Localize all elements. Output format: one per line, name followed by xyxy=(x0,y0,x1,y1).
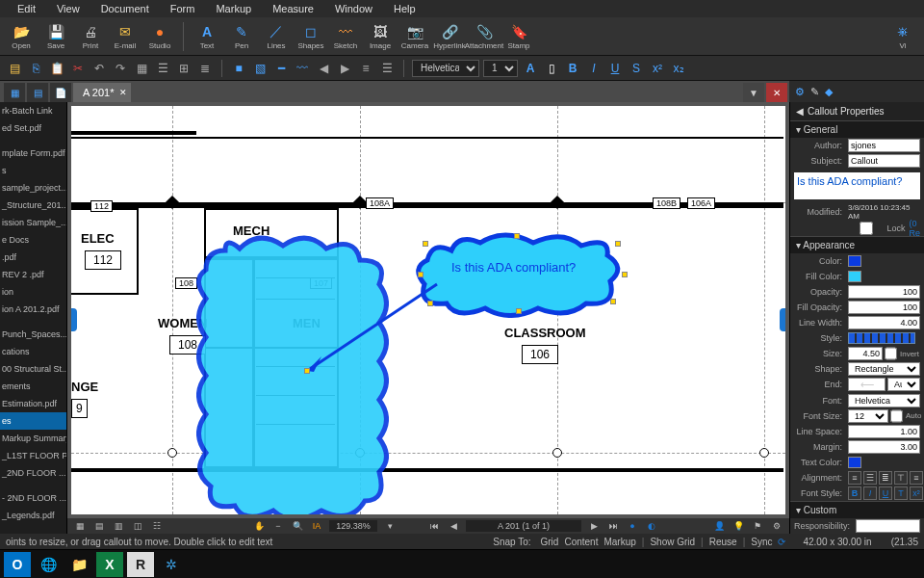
textcolor-swatch[interactable] xyxy=(848,457,861,468)
file-item[interactable]: .pdf xyxy=(0,249,66,266)
callout-text-field[interactable]: Is this ADA compliant? xyxy=(794,172,920,199)
file-item[interactable]: Estimation.pdf xyxy=(0,395,66,412)
lock-checkbox[interactable] xyxy=(848,222,885,235)
arrow-end-icon[interactable]: ▶ xyxy=(336,60,353,77)
gear-icon[interactable]: ⚙ xyxy=(795,86,805,98)
gotomeeting-icon[interactable]: ✲ xyxy=(158,552,185,577)
left-flyout[interactable] xyxy=(71,308,77,331)
zoom-value[interactable]: 129.38% xyxy=(329,520,377,532)
settings-nav-icon[interactable]: ⚙ xyxy=(770,519,783,533)
file-item[interactable]: _Legends.pdf xyxy=(0,507,66,524)
strike-prop-icon[interactable]: T xyxy=(894,486,908,500)
underline-prop-icon[interactable]: U xyxy=(879,486,892,500)
fillopacity-field[interactable] xyxy=(848,301,920,314)
section-general[interactable]: ▾ General xyxy=(790,120,924,138)
align-center-icon[interactable]: ☰ xyxy=(863,471,877,485)
replies-link[interactable]: (0 Re xyxy=(910,219,921,238)
undo-icon[interactable]: ↶ xyxy=(90,60,108,77)
camera-tool[interactable]: 📷Camera xyxy=(399,19,430,54)
linespace-field[interactable] xyxy=(848,425,920,438)
sup-icon[interactable]: x² xyxy=(649,60,666,77)
hyperlink-tool[interactable]: 🔗Hyperlink xyxy=(434,19,465,54)
align-l-icon[interactable]: ≡ xyxy=(357,60,374,77)
arrow-start-icon[interactable]: ◀ xyxy=(315,60,332,77)
file-item[interactable]: sample_project... xyxy=(0,179,66,197)
flag-icon[interactable]: ⚑ xyxy=(751,519,764,533)
nav-b-icon[interactable]: ◐ xyxy=(645,519,658,533)
explorer-icon[interactable]: 📁 xyxy=(65,552,92,577)
stamp-tool[interactable]: 🔖Stamp xyxy=(503,19,534,54)
file-view-icon[interactable]: 📄 xyxy=(50,83,71,102)
callout-leader[interactable] xyxy=(293,270,456,385)
file-item[interactable]: _L1ST FLOOR P... xyxy=(0,447,66,464)
back-icon[interactable]: ◀ xyxy=(796,106,804,117)
sync-toggle[interactable]: Sync xyxy=(751,537,772,547)
next-page-icon[interactable]: ▶ xyxy=(587,519,601,533)
bold-icon[interactable]: B xyxy=(564,60,581,77)
studio-button[interactable]: ●Studio xyxy=(144,19,175,54)
line-icon[interactable]: ━ xyxy=(272,60,290,77)
chrome-icon[interactable]: 🌐 xyxy=(35,552,62,577)
menu-view[interactable]: View xyxy=(47,1,90,16)
attachment-tool[interactable]: 📎Attachment xyxy=(469,19,500,54)
snap-grid[interactable]: Grid xyxy=(541,537,559,547)
copy-icon[interactable]: ⎘ xyxy=(27,60,44,77)
file-item[interactable] xyxy=(0,318,66,326)
thumb5-icon[interactable]: ☷ xyxy=(150,519,164,533)
italic-icon[interactable]: I xyxy=(585,60,603,77)
lines-tool[interactable]: ／Lines xyxy=(261,19,292,54)
super-prop-icon[interactable]: x² xyxy=(910,486,923,500)
file-item[interactable]: rk-Batch Link xyxy=(0,102,66,119)
page-indicator[interactable]: A 201 (1 of 1) xyxy=(466,520,581,532)
section-custom[interactable]: ▾ Custom xyxy=(790,501,924,518)
arrow-handle[interactable] xyxy=(304,368,310,374)
margin-field[interactable] xyxy=(848,440,920,454)
bulb-icon[interactable]: 💡 xyxy=(732,519,745,533)
pin-icon[interactable]: ▼ xyxy=(743,83,764,102)
open-button[interactable]: 📂Open xyxy=(6,19,37,54)
cloud-icon[interactable]: 〰 xyxy=(294,60,311,77)
author-field[interactable] xyxy=(848,139,920,152)
file-item[interactable]: cations xyxy=(0,343,66,360)
resize-handle[interactable] xyxy=(610,299,616,304)
menu-markup[interactable]: Markup xyxy=(206,1,261,16)
document-tab[interactable]: A 201* ✕ xyxy=(73,83,131,102)
size-field[interactable] xyxy=(848,347,883,360)
last-page-icon[interactable]: ⏭ xyxy=(606,519,620,533)
font-select-prop[interactable]: Helvetica xyxy=(848,394,920,407)
subject-field[interactable] xyxy=(848,154,920,168)
text-tool[interactable]: AText xyxy=(192,19,222,54)
zoom-tool-icon[interactable]: 🔍 xyxy=(291,519,304,533)
resize-handle[interactable] xyxy=(622,272,628,277)
file-item[interactable]: s xyxy=(0,162,66,179)
resize-handle[interactable] xyxy=(423,241,428,247)
resize-handle[interactable] xyxy=(514,233,520,239)
file-item[interactable]: ion xyxy=(0,283,66,301)
print-button[interactable]: 🖨Print xyxy=(75,19,106,54)
nav-a-icon[interactable]: ● xyxy=(626,519,639,533)
layer-icon[interactable]: ≣ xyxy=(196,60,214,77)
shape-select[interactable]: Rectangle xyxy=(848,362,920,376)
reuse-toggle[interactable]: Reuse xyxy=(709,537,737,547)
file-item[interactable]: ements xyxy=(0,378,66,395)
invert-checkbox[interactable] xyxy=(885,347,897,360)
menu-measure[interactable]: Measure xyxy=(263,1,323,16)
fill-icon[interactable]: ▧ xyxy=(251,60,269,77)
responsibility-field[interactable] xyxy=(856,519,920,533)
thumb3-icon[interactable]: ▥ xyxy=(112,519,125,533)
sync-icon[interactable]: ⟳ xyxy=(778,537,785,547)
file-item[interactable]: ission Sample_... xyxy=(0,214,66,231)
redo-icon[interactable]: ↷ xyxy=(112,60,129,77)
align-c-icon[interactable]: ☰ xyxy=(378,60,396,77)
highlight-icon[interactable]: ▯ xyxy=(543,60,560,77)
fontcolor-icon[interactable]: A xyxy=(522,60,539,77)
file-item[interactable] xyxy=(0,482,66,489)
thumb4-icon[interactable]: ◫ xyxy=(131,519,144,533)
menu-window[interactable]: Window xyxy=(325,1,382,16)
pan-icon[interactable]: ✋ xyxy=(252,519,266,533)
align-icon[interactable]: ☰ xyxy=(154,60,171,77)
save-button[interactable]: 💾Save xyxy=(40,19,71,54)
linewidth-field[interactable] xyxy=(848,316,920,329)
autosize-checkbox[interactable] xyxy=(890,409,903,423)
file-item[interactable]: Punch_Spaces... xyxy=(0,326,66,343)
